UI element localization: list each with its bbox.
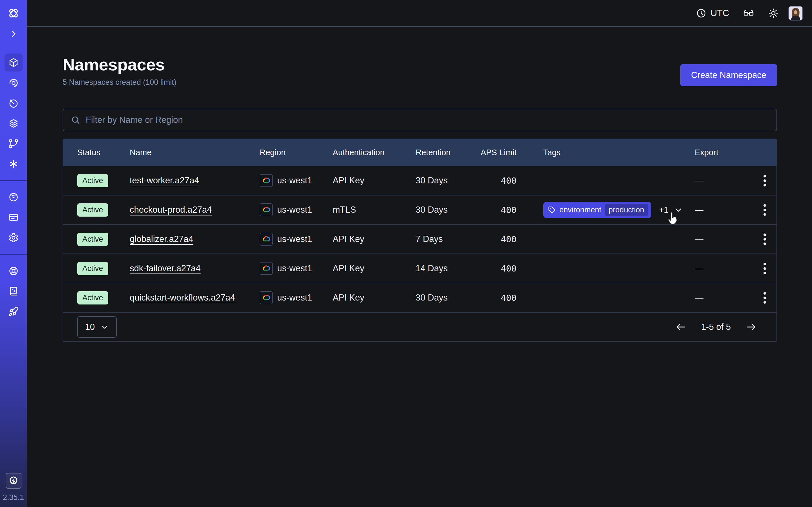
- page-title: Namespaces: [63, 55, 176, 74]
- next-page-button[interactable]: [746, 321, 757, 333]
- sidebar-expand-button[interactable]: [7, 27, 20, 40]
- sun-icon: [768, 8, 779, 18]
- namespace-link[interactable]: sdk-failover.a27a4: [130, 263, 201, 273]
- namespace-link[interactable]: test-worker.a27a4: [130, 175, 199, 185]
- sidebar-divider: [0, 254, 27, 255]
- retention-label: 30 Days: [416, 205, 480, 215]
- labs-toggle[interactable]: [743, 7, 755, 19]
- table-row: Active globalizer.a27a4 us-west1 API Key…: [63, 224, 776, 253]
- sidebar-item-monitors[interactable]: [4, 74, 22, 92]
- row-menu-button[interactable]: [763, 175, 766, 186]
- tag-icon: [548, 206, 556, 214]
- create-namespace-button[interactable]: Create Namespace: [680, 64, 777, 86]
- timezone-selector[interactable]: UTC: [696, 8, 729, 18]
- app-version: 2.35.1: [3, 493, 24, 502]
- namespace-link[interactable]: globalizer.a27a4: [130, 234, 193, 244]
- filter-input[interactable]: [86, 115, 769, 125]
- page-header: Namespaces 5 Namespaces created (100 lim…: [63, 55, 777, 87]
- sidebar-item-deployments[interactable]: [4, 135, 22, 153]
- sidebar-item-getting-started[interactable]: [4, 302, 22, 321]
- chevron-right-icon: [9, 29, 18, 38]
- rocket-icon: [8, 306, 19, 317]
- gcp-cloud-icon: [260, 174, 273, 187]
- arrow-right-icon: [746, 321, 757, 333]
- table-row: Active sdk-failover.a27a4 us-west1 API K…: [63, 253, 776, 283]
- export-value: —: [695, 234, 752, 244]
- main-content: Namespaces 5 Namespaces created (100 lim…: [27, 28, 812, 507]
- billing-card-icon: [8, 212, 19, 223]
- namespace-link[interactable]: checkout-prod.a27a4: [130, 205, 212, 215]
- region-label: us-west1: [277, 293, 312, 303]
- sidebar-item-support[interactable]: [4, 262, 22, 280]
- dollar-badge-icon: $: [8, 475, 19, 486]
- col-export: Export: [695, 148, 752, 157]
- retention-label: 30 Days: [416, 293, 480, 303]
- status-badge: Active: [77, 174, 108, 187]
- timezone-label: UTC: [711, 8, 729, 18]
- temporal-logo: [7, 7, 20, 20]
- retention-label: 30 Days: [416, 175, 480, 186]
- namespace-link[interactable]: quickstart-workflows.a27a4: [130, 293, 235, 302]
- status-badge: Active: [77, 262, 108, 275]
- cube-icon: [8, 57, 19, 68]
- aps-limit-value: 400: [480, 263, 516, 274]
- tag-value: production: [605, 204, 648, 216]
- book-sparkles-icon: [8, 286, 19, 297]
- orbit-icon: [8, 77, 19, 88]
- credits-button[interactable]: $: [6, 473, 21, 489]
- sidebar-item-stack[interactable]: [4, 114, 22, 132]
- table-row: Active quickstart-workflows.a27a4 us-wes…: [63, 283, 776, 312]
- status-badge: Active: [77, 291, 108, 304]
- theme-toggle[interactable]: [768, 8, 779, 18]
- col-retention: Retention: [416, 148, 480, 157]
- region-label: us-west1: [277, 175, 312, 186]
- page-subtitle: 5 Namespaces created (100 limit): [63, 77, 176, 87]
- row-menu-button[interactable]: [763, 233, 766, 245]
- row-menu-button[interactable]: [763, 263, 766, 274]
- filter-bar: [63, 109, 777, 131]
- gcp-cloud-icon: [260, 291, 273, 304]
- asterisk-icon: [8, 159, 19, 169]
- status-badge: Active: [77, 233, 108, 246]
- auth-label: mTLS: [333, 205, 416, 215]
- export-value: —: [695, 293, 752, 303]
- sidebar-item-nexus[interactable]: [4, 155, 22, 173]
- auth-label: API Key: [333, 263, 416, 274]
- status-badge: Active: [77, 203, 108, 217]
- page-size-select[interactable]: 10: [77, 316, 117, 338]
- search-icon: [70, 115, 81, 125]
- sidebar-item-docs[interactable]: [4, 282, 22, 300]
- aps-limit-value: 400: [480, 293, 516, 303]
- col-tags: Tags: [516, 148, 695, 157]
- sidebar-nav: [0, 40, 27, 321]
- col-status: Status: [77, 148, 130, 157]
- auth-label: API Key: [333, 175, 416, 186]
- prev-page-button[interactable]: [675, 321, 687, 333]
- retention-label: 7 Days: [416, 234, 480, 244]
- branch-icon: [8, 138, 19, 149]
- chevron-down-icon: [100, 323, 109, 331]
- svg-text:$: $: [12, 478, 15, 484]
- sidebar-item-settings[interactable]: [4, 229, 22, 247]
- tags-expand-button[interactable]: [673, 205, 683, 215]
- gcp-cloud-icon: [260, 233, 273, 245]
- tag-pill[interactable]: environment production: [543, 202, 651, 218]
- table-row: Active checkout-prod.a27a4 us-west1 mTLS…: [63, 195, 776, 224]
- gcp-cloud-icon: [260, 262, 273, 275]
- sidebar-divider: [0, 180, 27, 181]
- auth-label: API Key: [333, 293, 416, 303]
- pagination-range: 1-5 of 5: [701, 322, 731, 332]
- sidebar-item-schedules[interactable]: [4, 94, 22, 112]
- row-menu-button[interactable]: [763, 292, 766, 304]
- sidebar-item-usage[interactable]: [4, 188, 22, 206]
- col-region: Region: [260, 148, 333, 157]
- sidebar-item-namespaces[interactable]: [4, 54, 22, 71]
- namespaces-table: Status Name Region Authentication Retent…: [63, 138, 777, 342]
- gear-icon: [8, 232, 19, 243]
- col-aps-limit: APS Limit: [480, 148, 516, 157]
- aps-limit-value: 400: [480, 234, 516, 244]
- arrow-left-icon: [675, 321, 687, 333]
- row-menu-button[interactable]: [763, 204, 766, 216]
- user-avatar[interactable]: [788, 6, 803, 20]
- sidebar-item-billing[interactable]: [4, 209, 22, 226]
